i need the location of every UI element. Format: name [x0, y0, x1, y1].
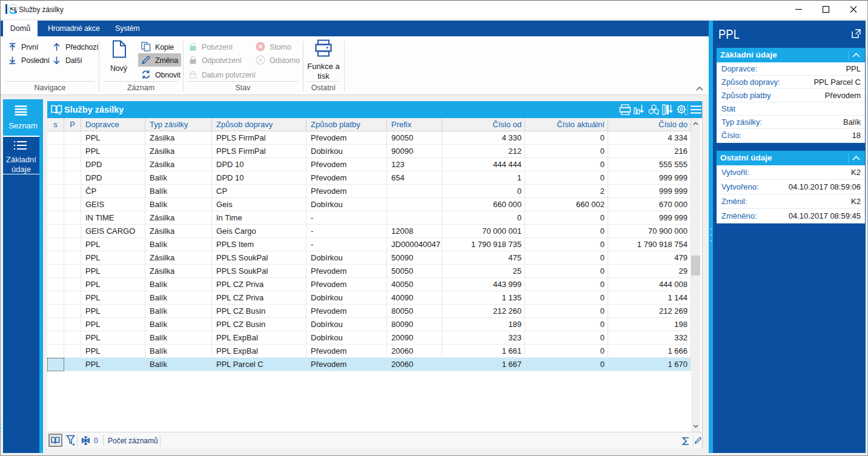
- svg-text:K2: K2: [10, 6, 16, 12]
